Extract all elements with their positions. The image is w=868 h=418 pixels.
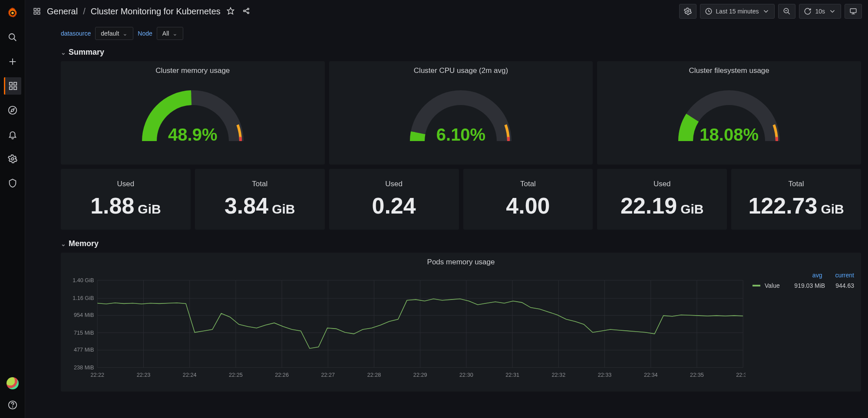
svg-rect-5	[14, 82, 17, 85]
panel-title: Cluster CPU usage (2m avg)	[414, 61, 508, 78]
var-datasource-select[interactable]: default ⌄	[95, 27, 133, 40]
svg-rect-13	[34, 8, 36, 10]
panel-title: Cluster memory usage	[155, 61, 230, 78]
svg-point-23	[686, 10, 689, 13]
panel-title: Pods memory usage	[427, 253, 495, 269]
gauge-panel[interactable]: Cluster CPU usage (2m avg) 6.10%	[329, 61, 593, 165]
time-range-label: Last 15 minutes	[716, 8, 759, 15]
svg-rect-6	[10, 87, 12, 89]
svg-text:477 MiB: 477 MiB	[74, 347, 94, 353]
gauge-value: 48.9%	[132, 125, 254, 145]
plus-icon[interactable]	[4, 53, 21, 70]
pods-memory-panel[interactable]: Pods memory usage 238 MiB477 MiB715 MiB9…	[61, 253, 861, 392]
svg-text:22:28: 22:28	[367, 372, 381, 378]
var-node-value: All	[162, 30, 169, 37]
refresh-button[interactable]: 10s	[799, 4, 841, 19]
stat-panel[interactable]: Total 3.84GiB	[195, 169, 325, 230]
stat-value: 4.00	[506, 193, 550, 219]
legend-hdr-avg: avg	[812, 272, 822, 279]
svg-text:22:35: 22:35	[690, 372, 704, 378]
dashboard-title[interactable]: Cluster Monitoring for Kubernetes	[91, 7, 221, 16]
zoom-out-button[interactable]	[778, 4, 795, 19]
gauge-panel[interactable]: Cluster memory usage 48.9%	[61, 61, 325, 165]
svg-text:22:31: 22:31	[505, 372, 519, 378]
gauge-value: 18.08%	[668, 125, 790, 145]
svg-point-8	[8, 106, 16, 114]
compass-icon[interactable]	[4, 102, 21, 119]
stats-grid: Used 1.88GiB Total 3.84GiB Used 0.24 Tot…	[61, 169, 861, 230]
svg-line-22	[245, 11, 248, 12]
var-node-select[interactable]: All ⌄	[157, 27, 184, 40]
svg-rect-16	[38, 12, 40, 14]
svg-text:22:27: 22:27	[321, 372, 335, 378]
help-icon[interactable]	[4, 396, 21, 414]
stat-value: 122.73GiB	[748, 193, 844, 219]
chevron-down-icon: ⌄	[61, 240, 66, 247]
svg-rect-28	[850, 9, 856, 13]
stat-value: 3.84GiB	[224, 193, 295, 219]
dashboards-icon[interactable]	[4, 77, 21, 95]
main-area: General / Cluster Monitoring for Kuberne…	[25, 0, 868, 418]
stat-label: Total	[789, 180, 804, 188]
svg-text:22:34: 22:34	[644, 372, 658, 378]
chevron-down-icon: ⌄	[122, 30, 128, 37]
star-icon[interactable]	[225, 7, 236, 16]
svg-text:22:29: 22:29	[413, 372, 427, 378]
chevron-down-icon: ⌄	[61, 49, 66, 56]
variables-row: datasource default ⌄ Node All ⌄	[25, 23, 868, 46]
gear-icon[interactable]	[4, 150, 21, 168]
legend-row[interactable]: Value 919.03 MiB 944.63	[752, 282, 854, 289]
row-memory-header[interactable]: ⌄ Memory	[61, 237, 861, 253]
stat-panel[interactable]: Used 1.88GiB	[61, 169, 191, 230]
side-nav	[0, 0, 25, 418]
dashboards-breadcrumb-icon[interactable]	[31, 7, 43, 15]
chevron-down-icon: ⌄	[172, 30, 178, 37]
stat-label: Used	[653, 180, 671, 188]
breadcrumb: General / Cluster Monitoring for Kuberne…	[47, 7, 221, 16]
svg-text:238 MiB: 238 MiB	[74, 365, 94, 371]
svg-text:22:26: 22:26	[275, 372, 289, 378]
svg-text:1.16 GiB: 1.16 GiB	[73, 295, 94, 301]
row-summary-header[interactable]: ⌄ Summary	[61, 46, 861, 61]
bell-icon[interactable]	[4, 126, 21, 143]
grafana-logo-icon[interactable]	[4, 4, 21, 22]
folder-name[interactable]: General	[47, 7, 78, 16]
stat-panel[interactable]: Used 22.19GiB	[597, 169, 727, 230]
breadcrumb-sep: /	[83, 7, 86, 16]
shield-icon[interactable]	[4, 174, 21, 192]
legend-color-swatch	[752, 285, 760, 286]
stat-value: 0.24	[372, 193, 416, 219]
svg-marker-9	[11, 109, 14, 112]
search-icon[interactable]	[4, 29, 21, 46]
gauges-grid: Cluster memory usage 48.9% Cluster CPU u…	[61, 61, 861, 165]
line-chart[interactable]: 238 MiB477 MiB715 MiB954 MiB1.16 GiB1.40…	[68, 269, 746, 388]
svg-line-21	[245, 9, 248, 10]
stat-panel[interactable]: Total 122.73GiB	[731, 169, 861, 230]
settings-button[interactable]	[679, 4, 696, 19]
stat-panel[interactable]: Used 0.24	[329, 169, 459, 230]
user-avatar[interactable]	[7, 377, 19, 389]
chart-legend: avg current Value 919.03 MiB 944.63	[746, 269, 854, 388]
share-icon[interactable]	[241, 7, 252, 16]
svg-text:22:32: 22:32	[551, 372, 565, 378]
svg-text:22:24: 22:24	[183, 372, 197, 378]
view-mode-button[interactable]	[845, 4, 862, 19]
stat-value: 22.19GiB	[620, 193, 703, 219]
legend-series-name: Value	[765, 282, 780, 289]
time-range-picker[interactable]: Last 15 minutes	[700, 4, 775, 19]
row-summary-title: Summary	[69, 48, 104, 57]
stat-panel[interactable]: Total 4.00	[463, 169, 593, 230]
svg-text:954 MiB: 954 MiB	[74, 312, 94, 318]
svg-text:22:36: 22:36	[736, 372, 746, 378]
svg-point-12	[12, 407, 13, 407]
stat-label: Total	[252, 180, 267, 188]
svg-rect-15	[34, 12, 36, 14]
toolbar-right: Last 15 minutes 10s	[679, 4, 862, 19]
var-datasource-label: datasource	[61, 30, 91, 37]
legend-hdr-current: current	[835, 272, 854, 279]
stat-label: Used	[117, 180, 135, 188]
svg-text:22:30: 22:30	[459, 372, 473, 378]
gauge-panel[interactable]: Cluster filesystem usage 18.08%	[597, 61, 861, 165]
row-memory-title: Memory	[69, 239, 99, 248]
stat-label: Used	[385, 180, 403, 188]
